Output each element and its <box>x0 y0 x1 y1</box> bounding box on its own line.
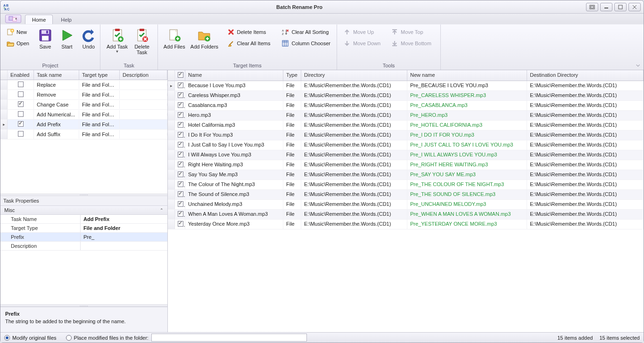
col-destination[interactable]: Destination Directory <box>527 70 644 81</box>
file-type-cell: File <box>283 190 301 199</box>
col-name[interactable]: Name <box>185 70 283 81</box>
checkbox[interactable] <box>18 82 24 87</box>
move-down-label: Move Down <box>353 41 380 46</box>
undo-button[interactable]: Undo <box>78 26 99 51</box>
add-files-button[interactable]: Add Files <box>161 26 188 51</box>
property-row[interactable]: PrefixPre_ <box>0 233 167 242</box>
file-row[interactable]: Hero.mp3 File E:\Music\Remember.the.Word… <box>168 111 644 121</box>
move-top-button[interactable]: Move Top <box>388 27 435 37</box>
property-value[interactable]: Pre_ <box>81 233 167 241</box>
file-dest-cell: E:\Music\Remember.the.Words.(CD1) <box>527 200 644 209</box>
task-row[interactable]: Add Suffix File and Folder <box>0 130 167 139</box>
delete-items-button[interactable]: Delete Items <box>224 27 274 37</box>
file-newname-cell: Pre_UNCHAINED MELODY.mp3 <box>407 200 527 209</box>
checkbox[interactable] <box>178 201 183 207</box>
props-section-header[interactable]: Misc⌃ <box>0 205 167 215</box>
checkbox[interactable] <box>178 142 183 147</box>
window-fit-button[interactable] <box>586 3 598 11</box>
file-type-cell: File <box>283 111 301 120</box>
file-row[interactable]: I Will Always Love You.mp3 File E:\Music… <box>168 150 644 160</box>
col-enabled[interactable]: Enabled <box>8 70 34 80</box>
checkbox[interactable] <box>18 111 24 117</box>
task-row[interactable]: Change Case File and Folder <box>0 100 167 110</box>
property-value[interactable]: File and Folder <box>81 224 167 232</box>
col-new-name[interactable]: New name <box>407 70 527 81</box>
move-bottom-button[interactable]: Move Bottom <box>388 38 435 49</box>
file-row[interactable]: Careless Whisper.mp3 File E:\Music\Remem… <box>168 91 644 101</box>
checkbox[interactable] <box>178 162 183 167</box>
checkbox[interactable] <box>178 132 183 138</box>
column-chooser-button[interactable]: Column Chooser <box>278 38 334 49</box>
window-maximize-button[interactable] <box>614 3 627 11</box>
move-down-button[interactable]: Move Down <box>340 38 384 49</box>
col-type[interactable]: Type <box>283 70 301 81</box>
file-row[interactable]: When A Man Loves A Woman.mp3 File E:\Mus… <box>168 210 644 220</box>
file-row[interactable]: Casablanca.mp3 File E:\Music\Remember.th… <box>168 101 644 111</box>
tab-help[interactable]: Help <box>54 15 79 24</box>
destination-folder-input[interactable] <box>151 334 307 342</box>
property-value[interactable]: Add Prefix <box>81 215 167 223</box>
checkbox[interactable] <box>178 172 183 177</box>
tab-home[interactable]: Home <box>25 15 53 24</box>
checkbox[interactable] <box>18 101 24 107</box>
file-row[interactable]: I Do It For You.mp3 File E:\Music\Rememb… <box>168 131 644 140</box>
checkbox[interactable] <box>178 181 183 187</box>
new-button[interactable]: New <box>3 27 33 37</box>
checkbox[interactable] <box>178 122 183 128</box>
radio-modify-original[interactable]: Modify original files <box>4 335 57 341</box>
property-row[interactable]: Target TypeFile and Folder <box>0 224 167 233</box>
radio-place-in-folder[interactable]: Place modified files in the folder: <box>66 335 149 341</box>
file-row[interactable]: The Sound of Silence.mp3 File E:\Music\R… <box>168 190 644 200</box>
checkbox[interactable] <box>18 121 24 127</box>
clear-sorting-button[interactable]: AZClear All Sorting <box>278 27 334 37</box>
checkbox[interactable] <box>178 82 183 88</box>
quick-access-button[interactable] <box>5 15 21 23</box>
property-value[interactable] <box>81 242 167 250</box>
checkbox[interactable] <box>178 221 183 227</box>
col-check[interactable] <box>175 70 185 81</box>
add-folders-button[interactable]: Add Folders <box>188 26 221 51</box>
file-row[interactable]: Say You Say Me.mp3 File E:\Music\Remembe… <box>168 170 644 180</box>
window-close-button[interactable] <box>628 3 641 11</box>
file-newname-cell: Pre_THE SOUND OF SILENCE.mp3 <box>407 190 527 199</box>
delete-task-button[interactable]: Delete Task <box>131 26 153 57</box>
checkbox[interactable] <box>178 112 183 118</box>
move-up-button[interactable]: Move Up <box>340 27 384 37</box>
checkbox[interactable] <box>178 102 183 108</box>
task-row[interactable]: Remove File and Folder <box>0 90 167 100</box>
checkbox[interactable] <box>178 92 183 98</box>
checkbox[interactable] <box>18 91 24 97</box>
task-row[interactable]: Replace File and Folder <box>0 80 167 90</box>
file-row[interactable]: I Just Call to Say I Love You.mp3 File E… <box>168 140 644 150</box>
checkbox[interactable] <box>178 191 183 197</box>
ribbon-collapse-button[interactable]: ⌵ <box>636 24 644 70</box>
col-target-type[interactable]: Target type <box>79 70 120 80</box>
files-grid-body: ▸ Because I Love You.mp3 File E:\Music\R… <box>168 81 644 332</box>
file-row[interactable]: ▸ Because I Love You.mp3 File E:\Music\R… <box>168 81 644 91</box>
col-directory[interactable]: Directory <box>301 70 407 81</box>
start-button[interactable]: Start <box>56 26 78 51</box>
property-row[interactable]: Description <box>0 242 167 251</box>
checkbox[interactable] <box>18 131 24 137</box>
file-row[interactable]: Right Here Waiting.mp3 File E:\Music\Rem… <box>168 160 644 170</box>
file-dir-cell: E:\Music\Remember.the.Words.(CD1) <box>301 131 407 140</box>
file-row[interactable]: Unchained Melody.mp3 File E:\Music\Remem… <box>168 200 644 210</box>
property-row[interactable]: Task NameAdd Prefix <box>0 215 167 224</box>
file-row[interactable]: Yesterday Once More.mp3 File E:\Music\Re… <box>168 220 644 229</box>
file-row[interactable]: Hotel California.mp3 File E:\Music\Remem… <box>168 121 644 131</box>
content-area: Enabled Task name Target type Descriptio… <box>0 70 644 332</box>
add-task-button[interactable]: Add Task▼ <box>103 26 131 55</box>
task-row[interactable]: Add Numerical... File and Folder <box>0 110 167 120</box>
col-description[interactable]: Description <box>120 70 167 80</box>
col-task-name[interactable]: Task name <box>34 70 79 80</box>
open-button[interactable]: Open <box>3 38 33 49</box>
clear-all-items-button[interactable]: Clear All Items <box>224 38 274 49</box>
save-button[interactable]: Save <box>34 26 56 51</box>
window-minimize-button[interactable] <box>600 3 612 11</box>
file-dir-cell: E:\Music\Remember.the.Words.(CD1) <box>301 180 407 189</box>
checkbox[interactable] <box>178 211 183 217</box>
task-row[interactable]: ▸ Add Prefix File and Folder <box>0 120 167 130</box>
file-row[interactable]: The Colour of The Night.mp3 File E:\Musi… <box>168 180 644 190</box>
checkbox[interactable] <box>178 152 183 157</box>
task-name-cell: Add Suffix <box>34 130 79 139</box>
